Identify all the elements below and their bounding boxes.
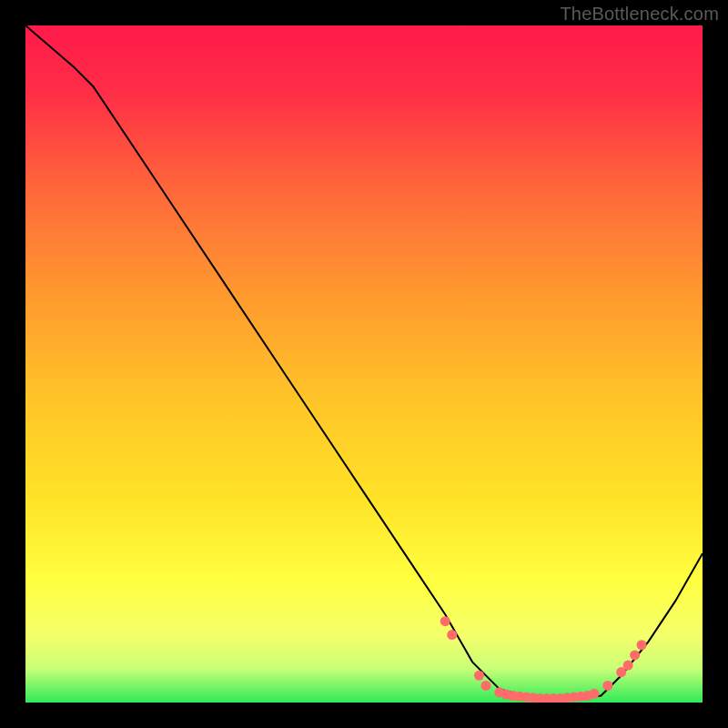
data-marker bbox=[474, 671, 484, 681]
data-marker bbox=[602, 681, 612, 691]
gradient-background bbox=[25, 25, 703, 703]
data-marker bbox=[637, 640, 647, 650]
data-marker bbox=[447, 630, 457, 640]
data-marker bbox=[589, 689, 599, 699]
chart-container: TheBottleneck.com bbox=[0, 0, 728, 728]
data-marker bbox=[630, 650, 640, 660]
plot-area bbox=[25, 25, 703, 703]
watermark-text: TheBottleneck.com bbox=[560, 4, 719, 25]
data-marker bbox=[480, 681, 490, 691]
data-marker bbox=[623, 661, 633, 671]
data-marker bbox=[440, 616, 450, 626]
chart-svg bbox=[25, 25, 703, 703]
